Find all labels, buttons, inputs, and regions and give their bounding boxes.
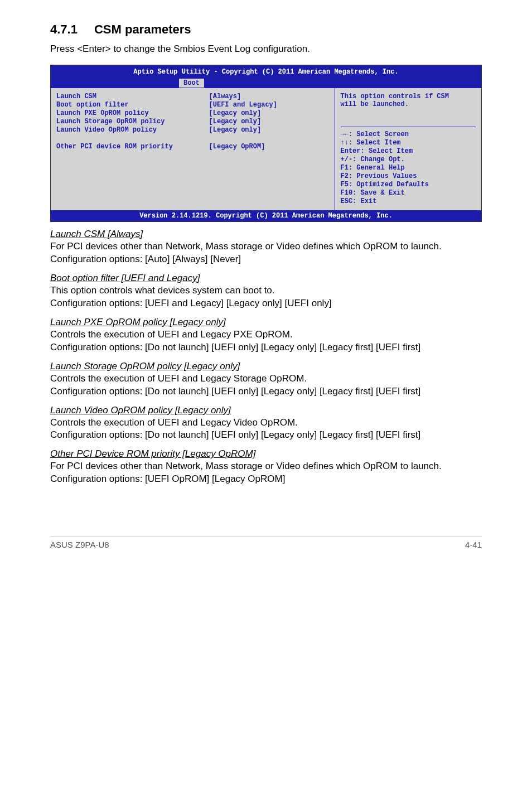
bios-tab-boot[interactable]: Boot — [179, 79, 204, 88]
help-key-line: →←: Select Screen — [341, 131, 476, 139]
bios-settings-panel: Launch CSM[Always] Boot option filter[UE… — [51, 88, 335, 210]
row-value[interactable]: [Legacy only] — [209, 126, 329, 134]
help-key-line: F1: General Help — [341, 164, 476, 172]
doc-item: Launch CSM [Always] For PCI devices othe… — [50, 229, 482, 266]
row-value[interactable]: [Legacy only] — [209, 118, 329, 126]
section-title-text: CSM parameters — [94, 22, 191, 36]
bios-row: Boot option filter[UEFI and Legacy] — [56, 101, 329, 109]
bios-row: Other PCI device ROM priority[Legacy OpR… — [56, 143, 329, 151]
item-line: This option controls what devices system… — [50, 284, 482, 297]
item-line: Configuration options: [Do not launch] [… — [50, 341, 482, 354]
help-key-line: ESC: Exit — [341, 197, 476, 206]
bios-window: Aptio Setup Utility - Copyright (C) 2011… — [50, 65, 482, 222]
item-line: Controls the execution of UEFI and Legac… — [50, 328, 482, 341]
item-line: Controls the execution of UEFI and Legac… — [50, 373, 482, 385]
row-label: Launch PXE OpROM policy — [56, 109, 209, 118]
bios-row: Launch PXE OpROM policy[Legacy only] — [56, 109, 329, 118]
help-key-line: F10: Save & Exit — [341, 189, 476, 197]
item-line: For PCI devices other than Network, Mass… — [50, 240, 482, 253]
row-value[interactable]: [UEFI and Legacy] — [209, 101, 329, 109]
bios-header: Aptio Setup Utility - Copyright (C) 2011… — [51, 65, 481, 88]
item-title: Launch CSM [Always] — [50, 229, 482, 240]
item-line: Configuration options: [Do not launch] [… — [50, 385, 482, 398]
help-keys: →←: Select Screen ↑↓: Select Item Enter:… — [341, 127, 476, 206]
footer-left: ASUS Z9PA-U8 — [50, 540, 109, 549]
section-heading: 4.7.1CSM parameters — [50, 22, 482, 37]
doc-item: Launch Storage OpROM policy [Legacy only… — [50, 361, 482, 398]
bios-row-spacer — [56, 134, 329, 143]
item-line: Configuration options: [Do not launch] [… — [50, 429, 482, 442]
help-top-line: will be launched. — [341, 100, 476, 108]
bios-row: Launch Storage OpROM policy[Legacy only] — [56, 118, 329, 126]
row-value[interactable]: [Legacy only] — [209, 109, 329, 118]
section-number: 4.7.1 — [50, 22, 78, 37]
item-line: Configuration options: [UEFI OpROM] [Leg… — [50, 473, 482, 486]
row-label: Launch CSM — [56, 93, 209, 101]
footer-right: 4-41 — [465, 540, 482, 549]
row-label: Boot option filter — [56, 101, 209, 109]
bios-help-panel: This option controls if CSM will be laun… — [335, 88, 481, 210]
help-key-line: Enter: Select Item — [341, 147, 476, 156]
item-title: Launch PXE OpROM policy [Legacy only] — [50, 317, 482, 328]
intro-paragraph: Press <Enter> to change the Smbios Event… — [50, 44, 482, 55]
help-key-line: +/-: Change Opt. — [341, 156, 476, 164]
item-title: Launch Video OpROM policy [Legacy only] — [50, 405, 482, 416]
help-key-line: F2: Previous Values — [341, 172, 476, 181]
item-line: Configuration options: [Auto] [Always] [… — [50, 253, 482, 266]
bios-body: Launch CSM[Always] Boot option filter[UE… — [51, 88, 481, 210]
bios-header-text: Aptio Setup Utility - Copyright (C) 2011… — [55, 67, 477, 76]
help-top-line: This option controls if CSM — [341, 93, 476, 100]
page-footer: ASUS Z9PA-U8 4-41 — [50, 536, 482, 549]
help-key-line: F5: Optimized Defaults — [341, 181, 476, 189]
item-line: For PCI devices other than Network, Mass… — [50, 460, 482, 473]
row-label: Launch Storage OpROM policy — [56, 118, 209, 126]
bios-row: Launch CSM[Always] — [56, 93, 329, 101]
item-title: Boot option filter [UEFI and Legacy] — [50, 273, 482, 284]
bios-footer: Version 2.14.1219. Copyright (C) 2011 Am… — [51, 210, 481, 221]
doc-item: Other PCI Device ROM priority [Legacy Op… — [50, 448, 482, 486]
doc-item: Launch PXE OpROM policy [Legacy only] Co… — [50, 317, 482, 354]
doc-item: Boot option filter [UEFI and Legacy] Thi… — [50, 273, 482, 310]
item-line: Controls the execution of UEFI and Legac… — [50, 417, 482, 429]
help-key-line: ↑↓: Select Item — [341, 139, 476, 147]
item-title: Launch Storage OpROM policy [Legacy only… — [50, 361, 482, 372]
doc-item: Launch Video OpROM policy [Legacy only] … — [50, 405, 482, 442]
item-line: Configuration options: [UEFI and Legacy]… — [50, 297, 482, 310]
row-label: Other PCI device ROM priority — [56, 143, 209, 151]
row-value[interactable]: [Always] — [209, 93, 329, 101]
row-value[interactable]: [Legacy OpROM] — [209, 143, 329, 151]
bios-row: Launch Video OpROM policy[Legacy only] — [56, 126, 329, 134]
row-label: Launch Video OpROM policy — [56, 126, 209, 134]
bios-tab-row: Boot — [51, 79, 481, 88]
item-title: Other PCI Device ROM priority [Legacy Op… — [50, 448, 482, 460]
